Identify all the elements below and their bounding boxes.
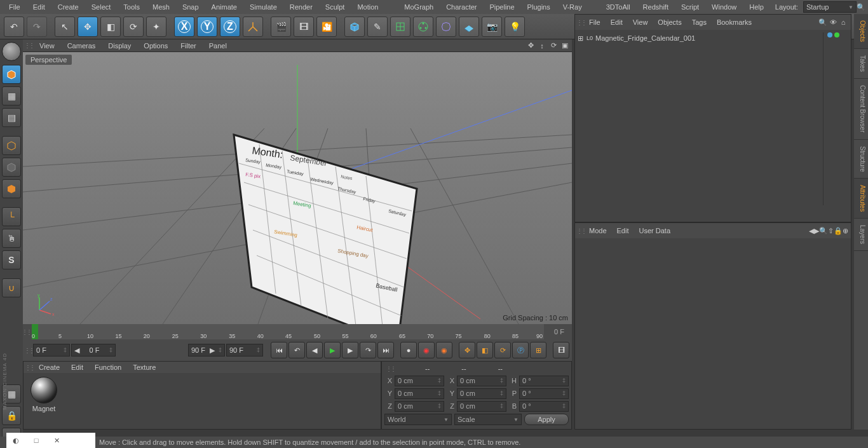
expand-icon[interactable]: ⊞ (578, 34, 584, 43)
viewport-toggle-icon[interactable]: ▣ (560, 41, 569, 50)
pos-key-button[interactable]: ✥ (459, 342, 475, 358)
obj-menu-file[interactable]: File (584, 18, 606, 26)
drag-handle-icon[interactable] (387, 365, 393, 372)
obj-home-icon[interactable]: ⌂ (838, 18, 848, 26)
render-picture-button[interactable]: 🎞 (294, 17, 314, 37)
menu-plugins[interactable]: Plugins (521, 0, 557, 14)
menu-snap[interactable]: Snap (176, 0, 205, 14)
obj-menu-view[interactable]: View (628, 18, 653, 26)
rtab-layers[interactable]: Layers (854, 219, 868, 251)
menu-script[interactable]: Script (675, 0, 705, 14)
pos-x-field[interactable]: 0 cm (395, 376, 444, 386)
layout-select[interactable]: Startup▼ (803, 1, 857, 13)
rtab-structure[interactable]: Structure (854, 140, 868, 179)
mini-close-icon[interactable]: ✕ (52, 436, 61, 445)
mat-menu-create[interactable]: Create (34, 363, 65, 371)
viewport-menu-display[interactable]: Display (103, 42, 136, 50)
rot-b-field[interactable]: 0 ° (519, 401, 569, 412)
menu-3dtoall[interactable]: 3DToAll (600, 0, 637, 14)
object-name[interactable]: Magnetic_Fridge_Calendar_001 (595, 34, 695, 42)
drag-handle-icon[interactable] (578, 227, 584, 234)
rotate-button[interactable]: ⟳ (123, 17, 144, 37)
pen-button[interactable]: ✎ (367, 17, 388, 37)
mat-menu-function[interactable]: Function (90, 363, 126, 371)
menu-character[interactable]: Character (440, 0, 483, 14)
rtab-takes[interactable]: Takes (854, 49, 868, 79)
scale-button[interactable]: ◧ (100, 17, 121, 37)
rtab-objects[interactable]: Objects (854, 14, 868, 49)
pos-z-field[interactable]: 0 cm (395, 401, 444, 412)
menu-mograph[interactable]: MoGraph (398, 0, 440, 14)
keyframe-sel-button[interactable]: ◉ (436, 342, 452, 358)
menu-sculpt[interactable]: Sculpt (319, 0, 351, 14)
autokey-button[interactable]: ◉ (418, 342, 435, 358)
size-x-field[interactable]: 0 cm (457, 376, 506, 386)
attr-nav-back-icon[interactable]: ◀ (809, 227, 814, 235)
object-tree[interactable]: ⊞ L0 Magnetic_Fridge_Calendar_001 (575, 30, 851, 208)
mini-app-icon[interactable]: ◐ (11, 436, 20, 445)
vis-render-dot[interactable] (834, 32, 839, 37)
menu-edit[interactable]: Edit (27, 0, 51, 14)
menu-redshift[interactable]: Redshift (637, 0, 675, 14)
frame-ruler[interactable]: 0 5 10 15 20 25 30 35 40 45 50 55 60 65 … (32, 324, 544, 339)
menu-tools[interactable]: Tools (117, 0, 146, 14)
snap-s-button[interactable]: S (2, 250, 21, 269)
size-y-field[interactable]: 0 cm (457, 388, 506, 399)
vis-editor-dot[interactable] (827, 32, 832, 37)
render-view-button[interactable]: 🎬 (271, 17, 291, 37)
workplane-button[interactable]: ▤ (2, 108, 21, 127)
drag-handle-icon[interactable] (26, 364, 32, 371)
viewport-menu-view[interactable]: View (34, 42, 60, 50)
mini-window-icon[interactable]: □ (32, 436, 41, 445)
viewport-rotate-icon[interactable]: ⟳ (549, 41, 558, 50)
rtab-content[interactable]: Content Browser (854, 79, 868, 139)
object-row[interactable]: ⊞ L0 Magnetic_Fridge_Calendar_001 (578, 32, 823, 44)
obj-menu-objects[interactable]: Objects (653, 18, 686, 26)
rot-h-field[interactable]: 0 ° (519, 376, 569, 386)
mat-menu-texture[interactable]: Texture (128, 363, 161, 371)
menu-mesh[interactable]: Mesh (146, 0, 176, 14)
size-z-field[interactable]: 0 cm (457, 401, 506, 412)
apply-button[interactable]: Apply (524, 414, 569, 425)
texture-mode-button[interactable]: ▦ (2, 86, 21, 105)
next-key-button[interactable]: ↷ (360, 342, 376, 358)
end-frame-field[interactable]: 90 F (226, 344, 263, 356)
menu-pipeline[interactable]: Pipeline (483, 0, 520, 14)
obj-menu-edit[interactable]: Edit (606, 18, 628, 26)
drag-handle-icon[interactable] (23, 329, 29, 336)
points-mode-button[interactable] (2, 136, 21, 155)
magnet-button[interactable]: ∪ (2, 278, 21, 297)
viewport-menu-options[interactable]: Options (139, 42, 173, 50)
globe-icon[interactable] (2, 42, 21, 61)
rot-p-field[interactable]: 0 ° (519, 388, 569, 399)
viewport-menu-filter[interactable]: Filter (175, 42, 201, 50)
array-button[interactable] (413, 17, 433, 37)
camera-button[interactable]: 📷 (482, 17, 502, 37)
attr-menu-userdata[interactable]: User Data (634, 227, 676, 234)
param-key-button[interactable]: Ⓟ (512, 342, 529, 358)
go-end-button[interactable]: ⏭ (377, 342, 394, 358)
pos-y-field[interactable]: 0 cm (395, 388, 444, 399)
axis-mode-button[interactable]: └ (2, 207, 21, 226)
viewport-nav-icon[interactable]: ✥ (526, 41, 535, 50)
next-frame-button[interactable]: ▶ (342, 342, 358, 358)
menu-vray[interactable]: V-Ray Bridge (557, 0, 600, 14)
menu-animate[interactable]: Animate (205, 0, 243, 14)
attr-nav-fwd-icon[interactable]: ▶ (814, 227, 819, 235)
live-select-button[interactable]: ↖ (55, 17, 75, 37)
axis-x-button[interactable]: X (174, 17, 194, 37)
record-key-button[interactable]: ● (400, 342, 417, 358)
play-button[interactable]: ▶ (324, 342, 341, 358)
light-button[interactable]: 💡 (505, 17, 525, 37)
menu-help[interactable]: Help (743, 0, 770, 14)
axis-z-button[interactable]: Z (220, 17, 240, 37)
prev-frame-button[interactable]: ◀ (306, 342, 323, 358)
drag-handle-icon[interactable] (25, 42, 32, 49)
menu-window[interactable]: Window (705, 0, 743, 14)
open-timeline-button[interactable]: 🎞 (553, 342, 569, 358)
viewport-menu-cameras[interactable]: Cameras (62, 42, 101, 50)
undo-button[interactable]: ↶ (4, 17, 24, 37)
viewport-3d[interactable]: Month: September Sunday Monday Tuesday W… (23, 52, 572, 324)
preview-end-field[interactable]: 90 F ▶ (188, 344, 225, 356)
go-start-button[interactable]: ⏮ (271, 342, 287, 358)
